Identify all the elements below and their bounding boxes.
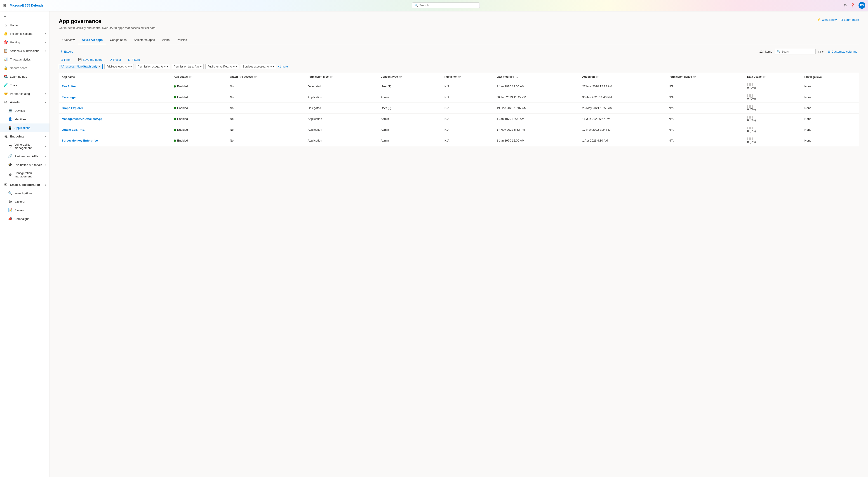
- topbar: ⊞ Microsoft 365 Defender 🔍 ⚙ ❓ RS: [0, 0, 868, 11]
- sidebar-item-partners-apis[interactable]: 🔗 Partners and APIs ▾: [0, 152, 50, 161]
- global-search-input[interactable]: [420, 4, 477, 7]
- cell-consent-type-3: Admin: [378, 113, 441, 125]
- tab-google-apps[interactable]: Google apps: [106, 36, 130, 44]
- cell-app-name-1[interactable]: Excahnge: [59, 92, 171, 103]
- col-permission-type[interactable]: Permission type ⓘ: [305, 73, 378, 81]
- sidebar-item-trials[interactable]: 🧪 Trials: [0, 81, 50, 90]
- cell-app-name-5[interactable]: SurveyMonkey Enterprise: [59, 135, 171, 146]
- col-added-on[interactable]: Added on ⓘ: [580, 73, 666, 81]
- review-icon: 📝: [8, 208, 12, 212]
- filter-button[interactable]: ⊟ Filter: [59, 57, 72, 62]
- sidebar-item-home[interactable]: ⌂ Home: [0, 21, 50, 29]
- export-button[interactable]: ⬇ Export: [59, 49, 74, 54]
- table-search-input[interactable]: [782, 50, 813, 53]
- col-data-usage[interactable]: Data usage ⓘ: [744, 73, 802, 81]
- learn-more-link[interactable]: ⊟ Learn more: [840, 18, 859, 22]
- sidebar-item-identities[interactable]: 👤 Identities: [0, 115, 50, 124]
- hamburger-icon[interactable]: ≡: [0, 11, 50, 21]
- filter-row: API access: Non-Graph only ✕ Privilege l…: [59, 64, 859, 69]
- topbar-actions: ⚙ ❓ RS: [844, 2, 865, 9]
- filters-button[interactable]: ⊟ Filters: [126, 57, 142, 62]
- remove-filter-icon[interactable]: ✕: [98, 65, 100, 68]
- sidebar-item-config-mgmt[interactable]: ⚙ Configuration management: [0, 169, 50, 180]
- privilege-level-value: Any: [125, 65, 130, 68]
- sidebar-item-investigations[interactable]: 🔍 Investigations: [0, 189, 50, 198]
- sidebar-section-assets[interactable]: 🗂 Assets ▴: [0, 98, 50, 106]
- cell-app-name-0[interactable]: EwsEditor: [59, 81, 171, 92]
- sidebar-label-threat-analytics: Threat analytics: [10, 58, 46, 61]
- cell-app-status-2: Enabled: [171, 103, 227, 113]
- sidebar-item-vuln-mgmt[interactable]: 🛡 Vulnerability management ▾: [0, 141, 50, 152]
- col-last-modified[interactable]: Last modified ⓘ: [494, 73, 580, 81]
- tab-salesforce-apps[interactable]: Salesforce apps: [130, 36, 158, 44]
- sort-filter-icon[interactable]: ⊟ ▾: [818, 50, 824, 54]
- col-privilege-level[interactable]: Privilege level: [802, 73, 859, 81]
- learn-more-icon: ⊟: [840, 18, 843, 22]
- cell-app-name-4[interactable]: Oracle EBS PRE: [59, 125, 171, 135]
- tab-overview[interactable]: Overview: [59, 36, 78, 44]
- filter-permission-usage[interactable]: Permission usage: Any ▾: [135, 64, 170, 69]
- sidebar-item-incidents[interactable]: 🔔 Incidents & alerts ▾: [0, 29, 50, 38]
- sidebar-item-partner-catalog[interactable]: 🤝 Partner catalog ▾: [0, 90, 50, 98]
- filter-services-accessed[interactable]: Services accessed: Any ▾: [241, 64, 276, 69]
- sidebar-item-applications[interactable]: 📱 Applications: [0, 124, 50, 132]
- sidebar-item-hunting[interactable]: 🎯 Hunting ▾: [0, 38, 50, 46]
- cell-consent-type-4: Admin: [378, 125, 441, 135]
- filter-chip-api-access[interactable]: API access: Non-Graph only ✕: [59, 64, 102, 69]
- table-search-box[interactable]: 🔍: [775, 49, 815, 55]
- sidebar-item-learning-hub[interactable]: 📚 Learning hub: [0, 72, 50, 81]
- data-bar: [749, 105, 750, 108]
- cell-added-on-5: 1 Apr 2021 4:10 AM: [580, 135, 666, 146]
- avatar[interactable]: RS: [859, 2, 865, 9]
- col-permission-usage[interactable]: Permission usage ⓘ: [666, 73, 744, 81]
- sidebar-label-applications: Applications: [14, 126, 46, 130]
- global-search-box[interactable]: 🔍: [412, 2, 480, 8]
- api-access-filter-label: API access:: [61, 65, 76, 68]
- publisher-verified-value: Any: [230, 65, 235, 68]
- help-icon[interactable]: ❓: [850, 3, 855, 7]
- col-consent-type[interactable]: Consent type ⓘ: [378, 73, 441, 81]
- sidebar-item-explorer[interactable]: 🗺 Explorer: [0, 198, 50, 206]
- filter-toolbar-left: ⊟ Filter 💾 Save the query ↺ Reset ⊟ Filt…: [59, 57, 142, 62]
- waffle-icon[interactable]: ⊞: [3, 3, 6, 8]
- more-filters-link[interactable]: +1 more: [278, 65, 288, 68]
- tab-policies[interactable]: Policies: [173, 36, 190, 44]
- cell-permission-type-0: Delegated: [305, 81, 378, 92]
- filter-permission-type[interactable]: Permission type: Any ▾: [172, 64, 204, 69]
- tab-azure-ad-apps[interactable]: Azure AD apps: [78, 36, 106, 44]
- col-graph-api-access[interactable]: Graph API access ⓘ: [227, 73, 305, 81]
- api-access-filter-value: Non-Graph only: [77, 65, 97, 68]
- sidebar-item-devices[interactable]: 💻 Devices: [0, 106, 50, 115]
- filter-privilege-level[interactable]: Privilege level: Any ▾: [104, 64, 134, 69]
- cell-app-name-3[interactable]: ManagementAPIDataTestApp: [59, 113, 171, 125]
- save-query-button[interactable]: 💾 Save the query: [76, 57, 104, 62]
- cell-graph-api-2: No: [227, 103, 305, 113]
- customize-columns-button[interactable]: ⊞ Customize columns: [826, 49, 859, 54]
- sidebar-section-endpoints[interactable]: 🔌 Endpoints ▾: [0, 132, 50, 141]
- reset-button[interactable]: ↺ Reset: [108, 57, 123, 62]
- sidebar-item-campaigns[interactable]: 📣 Campaigns: [0, 214, 50, 223]
- sidebar-section-email-collab[interactable]: ✉ Email & collaboration ▴: [0, 180, 50, 189]
- sidebar-item-actions[interactable]: 📋 Actions & submissions ▾: [0, 46, 50, 55]
- page-actions: ⚡ What's new ⊟ Learn more: [817, 18, 859, 22]
- sidebar-item-eval-tutorials[interactable]: 🎓 Evaluation & tutorials ▾: [0, 161, 50, 169]
- cell-app-status-5: Enabled: [171, 135, 227, 146]
- col-app-name[interactable]: App name ↑: [59, 73, 171, 81]
- col-app-status[interactable]: App status ⓘ: [171, 73, 227, 81]
- data-bar: [752, 94, 753, 97]
- table-row: EwsEditor Enabled No Delegated User (1) …: [59, 81, 859, 92]
- chevron-down-icon: ▾: [200, 65, 202, 68]
- col-publisher[interactable]: Publisher ⓘ: [442, 73, 494, 81]
- status-text: Enabled: [177, 117, 188, 121]
- cell-app-name-2[interactable]: Graph Explorer: [59, 103, 171, 113]
- sidebar-item-review[interactable]: 📝 Review: [0, 206, 50, 214]
- settings-icon[interactable]: ⚙: [844, 3, 847, 7]
- cell-last-modified-2: 19 Dec 2022 10:07 AM: [494, 103, 580, 113]
- toolbar: ⬇ Export 124 items 🔍 ⊟ ▾ ⊞ Customize col…: [59, 49, 859, 55]
- whats-new-link[interactable]: ⚡ What's new: [817, 18, 837, 22]
- tab-alerts[interactable]: Alerts: [158, 36, 173, 44]
- filter-publisher-verified[interactable]: Publisher verified: Any ▾: [206, 64, 239, 69]
- sidebar-item-secure-score[interactable]: 🔒 Secure score: [0, 64, 50, 72]
- sidebar-label-identities: Identities: [14, 117, 46, 121]
- sidebar-item-threat-analytics[interactable]: 📊 Threat analytics: [0, 55, 50, 64]
